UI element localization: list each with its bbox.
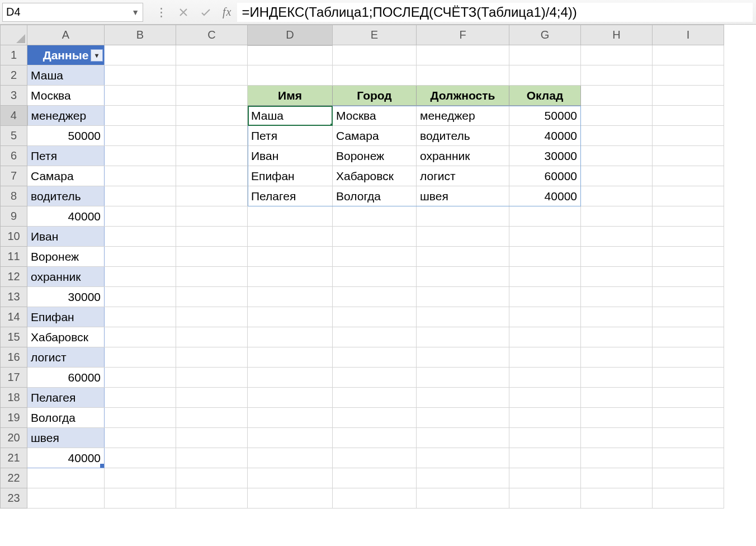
cell-G9[interactable] <box>509 206 581 227</box>
cell-G3[interactable]: Оклад <box>509 86 581 106</box>
cell-G18[interactable] <box>509 388 581 408</box>
cell-C3[interactable] <box>176 86 248 106</box>
cell-C11[interactable] <box>176 247 248 267</box>
cell-G4[interactable]: 50000 <box>509 106 581 126</box>
cell-F23[interactable] <box>417 488 509 509</box>
cell-C10[interactable] <box>176 227 248 247</box>
cell-H12[interactable] <box>581 267 653 287</box>
cell-D11[interactable] <box>248 247 333 267</box>
cell-C15[interactable] <box>176 327 248 347</box>
cell-I15[interactable] <box>653 327 724 347</box>
cell-D10[interactable] <box>248 227 333 247</box>
cell-H10[interactable] <box>581 227 653 247</box>
cell-A13[interactable]: 30000 <box>27 287 105 307</box>
row-header[interactable]: 8 <box>1 186 27 206</box>
cell-D14[interactable] <box>248 307 333 327</box>
cell-B7[interactable] <box>105 166 176 186</box>
column-header-G[interactable]: G <box>509 25 581 45</box>
cell-H6[interactable] <box>581 146 653 166</box>
cell-E9[interactable] <box>333 206 417 227</box>
cell-F13[interactable] <box>417 287 509 307</box>
cell-B15[interactable] <box>105 327 176 347</box>
cell-B8[interactable] <box>105 186 176 206</box>
cell-D7[interactable]: Епифан <box>248 166 333 186</box>
cell-E8[interactable]: Вологда <box>333 186 417 206</box>
cell-F20[interactable] <box>417 428 509 448</box>
cell-D22[interactable] <box>248 468 333 488</box>
cell-F5[interactable]: водитель <box>417 126 509 146</box>
cell-D9[interactable] <box>248 206 333 227</box>
cell-D3[interactable]: Имя <box>248 86 333 106</box>
cell-G14[interactable] <box>509 307 581 327</box>
cell-A6[interactable]: Петя <box>27 146 105 166</box>
cell-B10[interactable] <box>105 227 176 247</box>
row-header[interactable]: 11 <box>1 247 27 267</box>
cell-E3[interactable]: Город <box>333 86 417 106</box>
cancel-icon[interactable] <box>172 3 195 22</box>
row-header[interactable]: 10 <box>1 227 27 247</box>
cell-F22[interactable] <box>417 468 509 488</box>
cell-D8[interactable]: Пелагея <box>248 186 333 206</box>
row-header[interactable]: 4 <box>1 106 27 126</box>
cell-E19[interactable] <box>333 408 417 428</box>
cell-C16[interactable] <box>176 347 248 368</box>
cell-F17[interactable] <box>417 368 509 388</box>
cell-E14[interactable] <box>333 307 417 327</box>
cell-G22[interactable] <box>509 468 581 488</box>
cell-A21[interactable]: 40000 <box>27 448 105 468</box>
cell-G12[interactable] <box>509 267 581 287</box>
cell-B21[interactable] <box>105 448 176 468</box>
cell-B16[interactable] <box>105 347 176 368</box>
cell-D13[interactable] <box>248 287 333 307</box>
cell-F12[interactable] <box>417 267 509 287</box>
cell-A18[interactable]: Пелагея <box>27 388 105 408</box>
fx-icon[interactable]: fx <box>217 6 237 18</box>
cell-H22[interactable] <box>581 468 653 488</box>
cell-F15[interactable] <box>417 327 509 347</box>
cell-B17[interactable] <box>105 368 176 388</box>
row-header[interactable]: 18 <box>1 388 27 408</box>
cell-A4[interactable]: менеджер <box>27 106 105 126</box>
cell-H7[interactable] <box>581 166 653 186</box>
cell-B2[interactable] <box>105 65 176 86</box>
spreadsheet-grid[interactable]: ABCDEFGHI1Данные▾2Маша3МоскваИмяГородДол… <box>0 25 724 509</box>
cell-H13[interactable] <box>581 287 653 307</box>
cell-I18[interactable] <box>653 388 724 408</box>
cell-E2[interactable] <box>333 65 417 86</box>
cell-B22[interactable] <box>105 468 176 488</box>
cell-H17[interactable] <box>581 368 653 388</box>
cell-E17[interactable] <box>333 368 417 388</box>
row-header[interactable]: 14 <box>1 307 27 327</box>
cell-F14[interactable] <box>417 307 509 327</box>
cell-F9[interactable] <box>417 206 509 227</box>
cell-I14[interactable] <box>653 307 724 327</box>
cell-E10[interactable] <box>333 227 417 247</box>
cell-I23[interactable] <box>653 488 724 509</box>
cell-I9[interactable] <box>653 206 724 227</box>
cell-C17[interactable] <box>176 368 248 388</box>
cell-I4[interactable] <box>653 106 724 126</box>
cell-F7[interactable]: логист <box>417 166 509 186</box>
cell-G5[interactable]: 40000 <box>509 126 581 146</box>
cell-F21[interactable] <box>417 448 509 468</box>
cell-D19[interactable] <box>248 408 333 428</box>
cell-A9[interactable]: 40000 <box>27 206 105 227</box>
cell-D12[interactable] <box>248 267 333 287</box>
cell-I21[interactable] <box>653 448 724 468</box>
cell-E4[interactable]: Москва <box>333 106 417 126</box>
cell-E16[interactable] <box>333 347 417 368</box>
cell-H15[interactable] <box>581 327 653 347</box>
row-header[interactable]: 2 <box>1 65 27 86</box>
cell-G16[interactable] <box>509 347 581 368</box>
cell-G23[interactable] <box>509 488 581 509</box>
cell-F1[interactable] <box>417 45 509 65</box>
cell-H5[interactable] <box>581 126 653 146</box>
cell-A8[interactable]: водитель <box>27 186 105 206</box>
row-header[interactable]: 7 <box>1 166 27 186</box>
cell-A14[interactable]: Епифан <box>27 307 105 327</box>
cell-E20[interactable] <box>333 428 417 448</box>
column-header-E[interactable]: E <box>333 25 417 45</box>
cell-A20[interactable]: швея <box>27 428 105 448</box>
row-header[interactable]: 21 <box>1 448 27 468</box>
cell-A5[interactable]: 50000 <box>27 126 105 146</box>
